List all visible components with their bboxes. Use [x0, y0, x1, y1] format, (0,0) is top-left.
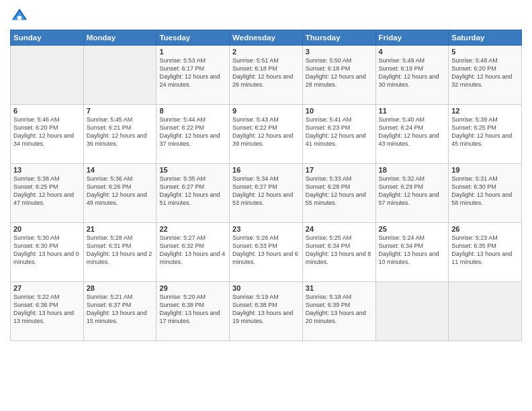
day-cell: 20Sunrise: 5:30 AMSunset: 6:30 PMDayligh… [11, 223, 84, 282]
day-number: 26 [451, 225, 519, 233]
day-info: Sunrise: 5:48 AMSunset: 6:20 PMDaylight:… [451, 56, 519, 89]
day-cell: 1Sunrise: 5:53 AMSunset: 6:17 PMDaylight… [157, 46, 230, 105]
day-info: Sunrise: 5:46 AMSunset: 6:20 PMDaylight:… [13, 116, 81, 148]
day-cell: 22Sunrise: 5:27 AMSunset: 6:32 PMDayligh… [157, 223, 230, 282]
day-cell: 25Sunrise: 5:24 AMSunset: 6:34 PMDayligh… [375, 223, 449, 282]
day-info: Sunrise: 5:31 AMSunset: 6:30 PMDaylight:… [451, 175, 519, 208]
day-cell: 17Sunrise: 5:33 AMSunset: 6:28 PMDayligh… [302, 164, 375, 223]
day-number: 4 [379, 48, 446, 56]
day-number: 7 [87, 107, 154, 115]
day-info: Sunrise: 5:38 AMSunset: 6:25 PMDaylight:… [13, 175, 81, 208]
day-cell [375, 282, 449, 341]
day-cell: 27Sunrise: 5:22 AMSunset: 6:36 PMDayligh… [11, 282, 84, 341]
logo [10, 7, 32, 26]
day-cell: 31Sunrise: 5:18 AMSunset: 6:39 PMDayligh… [302, 282, 375, 341]
day-cell: 16Sunrise: 5:34 AMSunset: 6:27 PMDayligh… [230, 164, 303, 223]
day-number: 28 [87, 284, 154, 292]
day-number: 18 [379, 166, 446, 174]
day-cell [11, 46, 84, 105]
day-number: 16 [232, 166, 300, 174]
day-number: 14 [87, 166, 154, 174]
day-number: 24 [306, 225, 373, 233]
day-info: Sunrise: 5:39 AMSunset: 6:25 PMDaylight:… [451, 116, 519, 148]
day-info: Sunrise: 5:23 AMSunset: 6:35 PMDaylight:… [451, 234, 519, 267]
day-cell: 19Sunrise: 5:31 AMSunset: 6:30 PMDayligh… [449, 164, 522, 223]
day-info: Sunrise: 5:49 AMSunset: 6:19 PMDaylight:… [379, 56, 446, 89]
day-info: Sunrise: 5:19 AMSunset: 6:38 PMDaylight:… [232, 293, 300, 326]
day-cell: 3Sunrise: 5:50 AMSunset: 6:18 PMDaylight… [302, 46, 375, 105]
header-cell-saturday: Saturday [449, 30, 522, 46]
header-cell-thursday: Thursday [302, 30, 375, 46]
day-cell: 24Sunrise: 5:25 AMSunset: 6:34 PMDayligh… [302, 223, 375, 282]
day-cell: 30Sunrise: 5:19 AMSunset: 6:38 PMDayligh… [230, 282, 303, 341]
day-number: 3 [306, 48, 373, 56]
day-info: Sunrise: 5:43 AMSunset: 6:22 PMDaylight:… [232, 116, 300, 148]
week-row-1: 1Sunrise: 5:53 AMSunset: 6:17 PMDaylight… [11, 46, 522, 105]
day-number: 19 [451, 166, 519, 174]
day-info: Sunrise: 5:35 AMSunset: 6:27 PMDaylight:… [159, 175, 226, 208]
day-number: 13 [13, 166, 81, 174]
day-cell: 5Sunrise: 5:48 AMSunset: 6:20 PMDaylight… [449, 46, 522, 105]
day-number: 6 [13, 107, 81, 115]
day-info: Sunrise: 5:45 AMSunset: 6:21 PMDaylight:… [87, 116, 154, 148]
day-cell: 29Sunrise: 5:20 AMSunset: 6:38 PMDayligh… [157, 282, 230, 341]
day-number: 30 [232, 284, 300, 292]
day-info: Sunrise: 5:34 AMSunset: 6:27 PMDaylight:… [232, 175, 300, 208]
day-number: 8 [159, 107, 226, 115]
day-info: Sunrise: 5:32 AMSunset: 6:29 PMDaylight:… [379, 175, 446, 208]
day-cell [449, 282, 522, 341]
day-number: 23 [232, 225, 300, 233]
day-info: Sunrise: 5:33 AMSunset: 6:28 PMDaylight:… [306, 175, 373, 208]
day-number: 2 [232, 48, 300, 56]
day-info: Sunrise: 5:18 AMSunset: 6:39 PMDaylight:… [306, 293, 373, 326]
day-number: 27 [13, 284, 81, 292]
calendar-table: SundayMondayTuesdayWednesdayThursdayFrid… [10, 30, 522, 341]
day-number: 1 [159, 48, 226, 56]
day-cell: 8Sunrise: 5:44 AMSunset: 6:22 PMDaylight… [157, 105, 230, 164]
day-info: Sunrise: 5:50 AMSunset: 6:18 PMDaylight:… [306, 56, 373, 89]
page: SundayMondayTuesdayWednesdayThursdayFrid… [0, 0, 532, 411]
day-info: Sunrise: 5:24 AMSunset: 6:34 PMDaylight:… [379, 234, 446, 267]
day-info: Sunrise: 5:21 AMSunset: 6:37 PMDaylight:… [87, 293, 154, 326]
header-cell-wednesday: Wednesday [230, 30, 303, 46]
day-number: 15 [159, 166, 226, 174]
day-number: 5 [451, 48, 519, 56]
day-info: Sunrise: 5:26 AMSunset: 6:33 PMDaylight:… [232, 234, 300, 267]
week-row-3: 13Sunrise: 5:38 AMSunset: 6:25 PMDayligh… [11, 164, 522, 223]
header-cell-monday: Monday [83, 30, 157, 46]
day-info: Sunrise: 5:22 AMSunset: 6:36 PMDaylight:… [13, 293, 81, 326]
header-cell-friday: Friday [375, 30, 449, 46]
day-number: 12 [451, 107, 519, 115]
day-info: Sunrise: 5:28 AMSunset: 6:31 PMDaylight:… [87, 234, 154, 267]
day-info: Sunrise: 5:20 AMSunset: 6:38 PMDaylight:… [159, 293, 226, 326]
day-cell: 9Sunrise: 5:43 AMSunset: 6:22 PMDaylight… [230, 105, 303, 164]
header-cell-sunday: Sunday [11, 30, 84, 46]
calendar-body: 1Sunrise: 5:53 AMSunset: 6:17 PMDaylight… [11, 46, 522, 341]
day-info: Sunrise: 5:51 AMSunset: 6:18 PMDaylight:… [232, 56, 300, 89]
week-row-4: 20Sunrise: 5:30 AMSunset: 6:30 PMDayligh… [11, 223, 522, 282]
week-row-5: 27Sunrise: 5:22 AMSunset: 6:36 PMDayligh… [11, 282, 522, 341]
day-number: 10 [306, 107, 373, 115]
day-cell: 7Sunrise: 5:45 AMSunset: 6:21 PMDaylight… [83, 105, 157, 164]
day-cell: 26Sunrise: 5:23 AMSunset: 6:35 PMDayligh… [449, 223, 522, 282]
day-number: 20 [13, 225, 81, 233]
header-cell-tuesday: Tuesday [157, 30, 230, 46]
day-number: 31 [306, 284, 373, 292]
header-row: SundayMondayTuesdayWednesdayThursdayFrid… [11, 30, 522, 46]
day-info: Sunrise: 5:36 AMSunset: 6:26 PMDaylight:… [87, 175, 154, 208]
day-number: 21 [87, 225, 154, 233]
day-number: 9 [232, 107, 300, 115]
day-cell: 4Sunrise: 5:49 AMSunset: 6:19 PMDaylight… [375, 46, 449, 105]
day-number: 11 [379, 107, 446, 115]
day-cell: 6Sunrise: 5:46 AMSunset: 6:20 PMDaylight… [11, 105, 84, 164]
day-number: 17 [306, 166, 373, 174]
day-cell: 13Sunrise: 5:38 AMSunset: 6:25 PMDayligh… [11, 164, 84, 223]
calendar-header: SundayMondayTuesdayWednesdayThursdayFrid… [11, 30, 522, 46]
day-cell: 21Sunrise: 5:28 AMSunset: 6:31 PMDayligh… [83, 223, 157, 282]
day-cell [83, 46, 157, 105]
day-cell: 2Sunrise: 5:51 AMSunset: 6:18 PMDaylight… [230, 46, 303, 105]
day-number: 29 [159, 284, 226, 292]
day-cell: 18Sunrise: 5:32 AMSunset: 6:29 PMDayligh… [375, 164, 449, 223]
day-info: Sunrise: 5:40 AMSunset: 6:24 PMDaylight:… [379, 116, 446, 148]
day-number: 25 [379, 225, 446, 233]
